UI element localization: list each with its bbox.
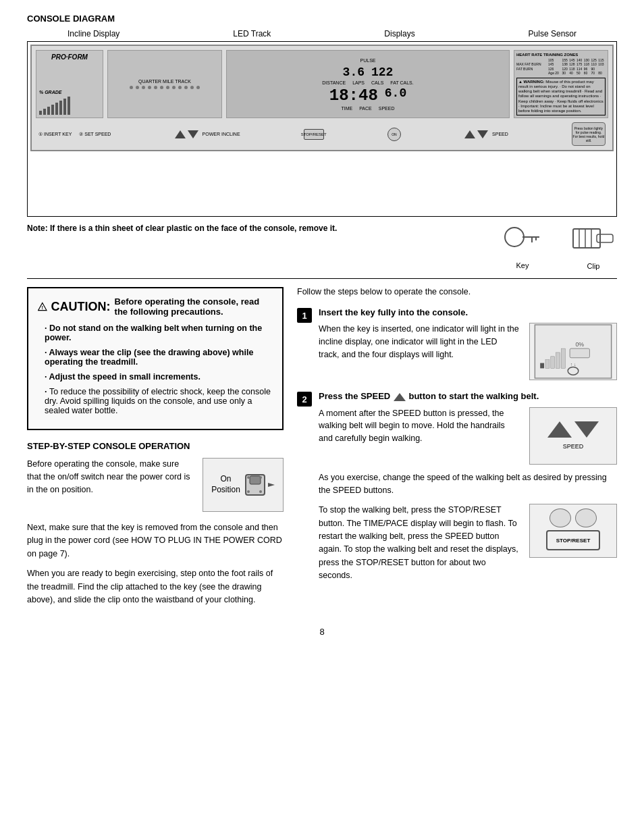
svg-rect-8 — [597, 234, 613, 242]
step-2-text3: To stop the walking belt, press the STOP… — [319, 504, 520, 582]
step-intro-text: Before operating the console, make sure … — [27, 458, 192, 512]
console-diagram: PRO·FORM % GRADE — [27, 41, 617, 217]
svg-rect-20 — [545, 360, 549, 369]
step-2-image: SPEED — [529, 407, 617, 465]
step-2-stop-section: To stop the walking belt, press the STOP… — [319, 504, 617, 582]
distance-label: DISTANCE — [322, 80, 346, 85]
step-2-detail: Press the SPEED button to start the walk… — [319, 391, 617, 583]
body-text-1: Next, make sure that the key is removed … — [27, 521, 284, 561]
thumb-pulse-sensor: Press button lightlyfor pulse reading.Fo… — [572, 122, 606, 146]
caution-item-4: To reduce the possibility of electric sh… — [38, 387, 273, 415]
speed-up-button-icon — [547, 421, 572, 438]
console-logo-section: PRO·FORM % GRADE — [36, 50, 103, 118]
key-drawing: Key — [502, 225, 543, 269]
laps-label: LAPS — [352, 80, 365, 85]
step-1-number: 1 — [297, 308, 312, 323]
left-column: ! CAUTION: Before operating the console,… — [27, 287, 284, 613]
section-divider — [27, 278, 617, 279]
page-number: 8 — [27, 627, 617, 637]
caution-item-2: Always wear the clip (see the drawing ab… — [38, 348, 273, 367]
caution-box: ! CAUTION: Before operating the console,… — [27, 287, 284, 430]
insert-key-section: ① INSERT KEY ② SET SPEED — [38, 132, 111, 137]
caution-item-3: Adjust the speed in small increments. — [38, 372, 273, 382]
pulse-label: PULSE — [360, 58, 376, 63]
step-1-detail: Insert the key fully into the console. W… — [319, 307, 617, 380]
speed-display-label: SPEED — [379, 106, 395, 111]
svg-marker-17 — [268, 483, 275, 487]
pace-label: PACE — [359, 106, 372, 111]
caution-triangle-icon: ! — [38, 299, 47, 314]
step-by-step-title: STEP-BY-STEP CONSOLE OPERATION — [27, 441, 284, 451]
on-position-switch-icon — [244, 468, 275, 502]
console-note-area: Note: If there is a thin sheet of clear … — [27, 224, 617, 270]
follow-steps-text: Follow the steps below to operate the co… — [297, 287, 617, 296]
on-btn-section: ON — [387, 128, 401, 141]
right-column: Follow the steps below to operate the co… — [297, 287, 617, 613]
hr-zones-section: HEART RATE TRAINING ZONES 10515514514013… — [514, 50, 608, 118]
pulse-value: 122 — [371, 66, 393, 79]
step-2-text: A moment after the SPEED button is press… — [319, 407, 520, 465]
svg-point-0 — [505, 228, 524, 246]
svg-text:!: ! — [42, 305, 43, 311]
cals-label: CALS — [371, 80, 383, 85]
distance-value: 3.6 — [343, 66, 365, 79]
step-intro-content: Before operating the console, make sure … — [27, 458, 284, 512]
svg-rect-21 — [551, 357, 555, 369]
power-incline-section: POWER INCLINE — [175, 130, 240, 138]
step-2-number: 2 — [297, 392, 312, 407]
svg-point-15 — [247, 490, 250, 493]
svg-rect-12 — [250, 476, 261, 484]
clip-drawing — [570, 224, 617, 259]
step-2: 2 Press the SPEED button to start the wa… — [297, 391, 617, 583]
step-1-image: 0% ↑ ↓ — [529, 323, 617, 380]
clip-label: Clip — [587, 262, 600, 270]
caution-title: ! CAUTION: Before operating the console,… — [38, 296, 273, 317]
step-1-title: Insert the key fully into the console. — [319, 307, 617, 317]
speed-down-button-icon — [574, 421, 599, 438]
key-label: Key — [516, 261, 529, 269]
incline-display-label: Incline Display — [68, 29, 119, 38]
time-value: 18:48 — [329, 86, 378, 105]
displays-label: Displays — [384, 29, 414, 38]
fat-cals-label: FAT CALS. — [390, 80, 413, 85]
step-2-title: Press the SPEED button to start the walk… — [319, 391, 617, 402]
main-display-section: PULSE 3.6 122 DISTANCE LAPS CALS FAT CAL… — [226, 50, 510, 118]
stop-reset-button-icon: STOP/RESET — [546, 530, 600, 550]
svg-marker-28 — [394, 393, 406, 401]
speed-value: 6.0 — [385, 86, 406, 105]
svg-point-16 — [259, 490, 262, 493]
step-1-text: When the key is inserted, one indicator … — [319, 323, 520, 380]
step-1: 1 Insert the key fully into the console.… — [297, 307, 617, 380]
key-clip-area: Key Clip — [502, 224, 617, 270]
svg-rect-19 — [540, 363, 544, 369]
section-title: CONSOLE DIAGRAM — [27, 14, 617, 24]
console-note-text: Note: If there is a thin sheet of clear … — [27, 224, 489, 233]
body-text-2: When you are ready to begin exercising, … — [27, 567, 284, 606]
svg-rect-23 — [561, 348, 565, 368]
speed-up-icon-inline — [393, 392, 406, 402]
stop-reset-section: STOP/RESET — [304, 129, 324, 140]
speed-label-image: SPEED — [563, 443, 584, 450]
caution-item-1: Do not stand on the walking belt when tu… — [38, 323, 273, 342]
led-track-label: LED Track — [233, 29, 271, 38]
pulse-sensor-label: Pulse Sensor — [529, 29, 576, 38]
speed-control-section: SPEED — [464, 130, 508, 138]
svg-point-14 — [259, 476, 262, 479]
svg-point-13 — [247, 476, 250, 479]
svg-rect-25 — [570, 348, 589, 358]
led-track-section: QUARTER MILE TRACK — [107, 50, 222, 118]
svg-rect-22 — [556, 353, 560, 368]
on-position-image: OnPosition — [203, 458, 284, 512]
svg-text:↑ ↓: ↑ ↓ — [570, 362, 576, 367]
step-2-text2: As you exercise, change the speed of the… — [319, 471, 617, 498]
time-label: TIME — [341, 106, 352, 111]
stop-reset-image: STOP/RESET — [529, 504, 617, 558]
caution-list: Do not stand on the walking belt when tu… — [38, 323, 273, 415]
on-position-label: OnPosition — [211, 474, 240, 495]
svg-text:0%: 0% — [575, 341, 584, 348]
svg-rect-4 — [573, 229, 600, 248]
